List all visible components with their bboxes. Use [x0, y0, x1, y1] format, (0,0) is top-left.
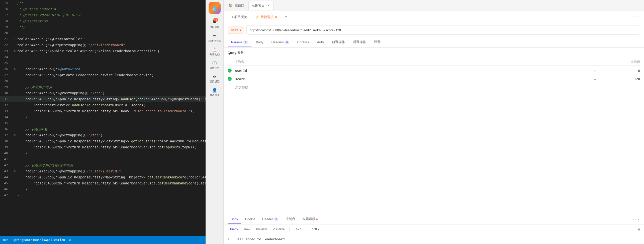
add-param-btn[interactable]: 添加参数: [228, 83, 640, 92]
req-tab-settings[interactable]: 设置: [371, 37, 384, 47]
line-number: 43: [0, 168, 12, 174]
params-header-name: 参数名: [228, 60, 590, 64]
code-line: 30✓ "color:#4ec9b0;">@PostMapping(@~"/ad…: [0, 90, 206, 96]
line-number: 29: [0, 84, 12, 90]
line-number: 32: [0, 102, 12, 108]
line-code: * @create 2024/10/10 下午 10:36: [17, 12, 206, 18]
code-line: 45 "color:#569cd6;">return ResponseEntit…: [0, 180, 206, 186]
line-code: "color:#569cd6;">return ResponseEntity.o…: [17, 180, 206, 186]
fmt-tab-pretty[interactable]: Pretty: [228, 226, 240, 232]
res-tab-more[interactable]: ···: [632, 217, 640, 222]
code-content: 15/**16 * @author CoderJia17 * @create 2…: [0, 0, 206, 236]
code-line: 29 // 添加用户得分: [0, 84, 206, 90]
code-line: 15/**: [0, 0, 206, 6]
nav-add-btn[interactable]: +: [282, 13, 291, 21]
line-number: 33: [0, 108, 12, 114]
code-line: 38 "color:#569cd6;">public ResponseEntit…: [0, 138, 206, 144]
line-number: 41: [0, 156, 12, 162]
sidebar-item-interface-mgmt[interactable]: ⊞ 76 接口管理: [207, 17, 223, 31]
sidebar-item-project-settings[interactable]: ⚙项目设置: [207, 73, 223, 85]
sidebar-item-share-doc[interactable]: 📋分享文档: [207, 46, 223, 58]
param-value: 6: [600, 69, 640, 73]
req-tab-headers[interactable]: Headers8: [268, 38, 293, 47]
check-circle: ✓: [228, 77, 232, 81]
fmt-tab-label: utf8: [310, 227, 317, 231]
params-section: Query 参数 参数名 参数值 ✓ userId = 6 ✓ score = …: [224, 48, 644, 214]
run-label[interactable]: Run: [3, 238, 9, 242]
req-tab-cookies[interactable]: Cookies: [294, 38, 313, 47]
nav-more-btn[interactable]: ···: [632, 14, 640, 20]
line-number: 20: [0, 30, 12, 36]
sidebar-item-invite-member[interactable]: 👤邀请成员: [207, 86, 223, 99]
code-line: 35: [0, 120, 206, 126]
line-code: "color:#569cd6;">private LeaderboardServ…: [17, 72, 206, 78]
param-name: userId: [234, 69, 590, 73]
res-tab-cookie[interactable]: Cookie: [242, 215, 258, 224]
sidebar-item-request-history[interactable]: 🕐请求历史: [207, 59, 223, 72]
fmt-tab-utf8[interactable]: utf8▼: [307, 226, 322, 232]
req-tab-label: Body: [256, 40, 263, 44]
code-line: 26⚙ "color:#4ec9b0;">@Autowired: [0, 66, 206, 72]
line-code: "color:#4ec9b0;">@Autowired: [17, 66, 206, 72]
line-code: "color:#569cd6;">public ResponseEntity<S…: [17, 138, 206, 144]
req-tab-label: Headers: [271, 40, 284, 44]
res-tab-console[interactable]: 控制台: [283, 214, 298, 224]
nav-item-project-overview[interactable]: □ 项目概览: [228, 13, 250, 21]
req-tab-pre-action[interactable]: 前置操作: [328, 37, 348, 47]
req-tab-label: Params: [231, 40, 242, 44]
param-check[interactable]: ✓: [228, 69, 234, 73]
fmt-tab-visualize[interactable]: Visualize: [270, 226, 287, 232]
code-line: 34 }: [0, 114, 206, 120]
line-code: **/: [17, 24, 206, 30]
fmt-tab-preview[interactable]: Preview: [253, 226, 269, 232]
line-gutter: ⚙: [12, 48, 17, 54]
sidebar-item-automation-test[interactable]: ≡自动化测试: [207, 32, 223, 45]
req-tab-post-action[interactable]: 后置操作: [349, 37, 370, 47]
nav-icon: ⚡: [255, 15, 259, 19]
fmt-tab-text[interactable]: Text▼: [292, 226, 306, 232]
tab-close-btn[interactable]: ✕: [267, 3, 270, 8]
sidebar-item-label-interface-mgmt: 接口管理: [210, 25, 220, 29]
res-tab-body[interactable]: Body: [228, 215, 241, 224]
nav-label: 项目概览: [234, 15, 247, 19]
fmt-tab-raw[interactable]: Raw: [241, 226, 252, 232]
code-line: 19 **/: [0, 24, 206, 30]
response-tabs: BodyCookieHeader5控制台实际请求···: [224, 214, 644, 224]
code-line: 31 "color:#569cd6;">public ResponseEntit…: [0, 96, 206, 102]
code-line: 43⚙ "color:#4ec9b0;">@GetMapping(@~"/use…: [0, 168, 206, 174]
params-header-value: 参数值: [590, 60, 640, 64]
code-line: 37⚙ "color:#4ec9b0;">@GetMapping(@~"/top…: [0, 132, 206, 138]
param-check[interactable]: ✓: [228, 77, 234, 81]
line-number: 28: [0, 78, 12, 84]
req-tab-body[interactable]: Body: [252, 38, 267, 47]
code-line: 36 // 获取前N名: [0, 126, 206, 132]
req-tab-auth[interactable]: Auth: [314, 38, 327, 47]
param-eq: =: [590, 69, 600, 73]
res-tab-label: Header: [262, 217, 273, 221]
url-input[interactable]: [246, 26, 640, 35]
res-tab-actual-request[interactable]: 实际请求: [299, 214, 321, 224]
tab-home[interactable]: 🏠主窗口: [226, 1, 247, 10]
res-tab-header[interactable]: Header5: [259, 215, 282, 224]
app-logo: 💧: [209, 2, 221, 14]
nav-label: 快捷请求: [261, 15, 274, 19]
nav-item-quick-request[interactable]: ⚡ 快捷请求: [252, 13, 280, 21]
param-value: 120: [600, 77, 640, 81]
req-tab-params[interactable]: Params2: [228, 38, 251, 47]
line-code: "color:#4ec9b0;">@RestController: [17, 36, 206, 42]
code-line: 39 "color:#569cd6;">return ResponseEntit…: [0, 144, 206, 150]
app-label: SpringBoot310RedisApplication: [13, 238, 65, 242]
format-separator: [289, 227, 290, 231]
tab-example[interactable]: 示例项目✕: [248, 1, 273, 10]
collapse-btn[interactable]: ≡: [637, 227, 640, 232]
res-line-content: User added to leaderboard.: [236, 237, 287, 241]
method-badge[interactable]: POST ▼: [228, 27, 244, 34]
response-body: 1 User added to leaderboard.: [224, 234, 644, 244]
line-code: * @author CoderJia: [17, 6, 206, 12]
line-number: 25: [0, 60, 12, 66]
params-table: 参数名 参数值 ✓ userId = 6 ✓ score = 120: [228, 58, 640, 83]
app-close[interactable]: ✕: [69, 238, 71, 242]
api-main: 🏠主窗口示例项目✕ □ 项目概览 ⚡ 快捷请求 +··· POST ▼ Para…: [224, 0, 644, 244]
req-tab-badge: 2: [243, 41, 248, 44]
param-name: score: [234, 77, 590, 81]
